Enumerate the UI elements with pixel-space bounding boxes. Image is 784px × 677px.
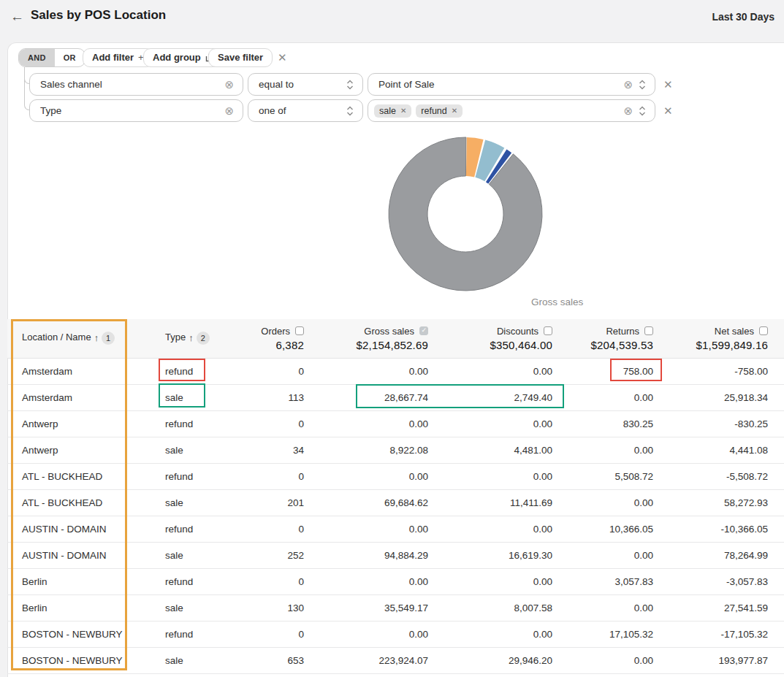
table-row: ATL - BUCKHEADrefund00.000.005,508.72-5,… bbox=[7, 463, 784, 489]
orders-checkbox[interactable] bbox=[295, 326, 304, 335]
cell-gross-sales: 0.00 bbox=[313, 358, 437, 384]
cell-orders: 0 bbox=[225, 358, 313, 384]
remove-circle-icon[interactable]: ⊗ bbox=[224, 78, 234, 91]
cell-net-sales: -3,057.83 bbox=[662, 568, 784, 594]
column-label: Discounts bbox=[497, 326, 538, 337]
cell-type: refund bbox=[159, 358, 225, 384]
cell-net-sales: 58,272.93 bbox=[662, 489, 784, 516]
column-total: $350,464.00 bbox=[437, 339, 552, 351]
save-filter-button[interactable]: Save filter bbox=[208, 48, 273, 67]
sort-asc-icon: ↑ bbox=[189, 332, 194, 343]
table-row: Amsterdamsale11328,667.742,749.400.0025,… bbox=[7, 384, 784, 410]
cell-location: BOSTON - NEWBURY bbox=[7, 621, 159, 647]
remove-circle-icon[interactable]: ⊗ bbox=[623, 78, 633, 91]
chevron-updown-icon[interactable] bbox=[639, 80, 646, 90]
cell-type: refund bbox=[159, 463, 225, 489]
cell-net-sales: 78,264.99 bbox=[662, 542, 784, 568]
column-label: Orders bbox=[261, 326, 290, 337]
report-table: Location / Name↑1 Type↑2 Orders 6,382 Gr… bbox=[7, 319, 784, 674]
logic-or-option[interactable]: OR bbox=[55, 49, 85, 66]
column-header-type[interactable]: Type↑2 bbox=[159, 319, 225, 358]
remove-circle-icon[interactable]: ⊗ bbox=[224, 104, 234, 118]
cell-gross-sales: 0.00 bbox=[313, 410, 437, 437]
column-header-net-sales[interactable]: Net sales $1,599,849.16 bbox=[662, 319, 784, 358]
column-header-discounts[interactable]: Discounts $350,464.00 bbox=[437, 319, 561, 358]
sort-order-badge: 1 bbox=[102, 332, 115, 345]
discounts-checkbox[interactable] bbox=[544, 326, 552, 335]
filter-field-value: Sales channel bbox=[40, 79, 218, 90]
gross-sales-donut-chart bbox=[385, 134, 546, 294]
gross-sales-checkbox[interactable] bbox=[419, 326, 428, 335]
date-range-selector[interactable]: Last 30 Days bbox=[712, 11, 775, 23]
tag-remove-icon[interactable]: ✕ bbox=[400, 107, 406, 115]
column-header-returns[interactable]: Returns $204,539.53 bbox=[561, 319, 662, 358]
page-title: Sales by POS Location bbox=[31, 8, 166, 23]
cell-location: AUSTIN - DOMAIN bbox=[7, 516, 159, 542]
table-body: Amsterdamrefund00.000.00758.00-758.00Ams… bbox=[7, 358, 784, 673]
logic-and-option[interactable]: AND bbox=[19, 49, 55, 66]
cell-location: Berlin bbox=[7, 594, 159, 621]
chevron-updown-icon[interactable] bbox=[639, 106, 646, 116]
tag-remove-icon[interactable]: ✕ bbox=[452, 107, 457, 115]
tag-label: sale bbox=[379, 106, 396, 116]
filter-value-select[interactable]: Point of Sale ⊗ bbox=[368, 73, 655, 96]
filter-operator-select[interactable]: one of bbox=[248, 99, 363, 122]
cell-location: Antwerp bbox=[7, 437, 159, 463]
column-label: Type bbox=[165, 332, 186, 343]
cell-discounts: 0.00 bbox=[437, 516, 561, 542]
column-label: Gross sales bbox=[364, 326, 414, 337]
add-group-label: Add group bbox=[153, 49, 201, 66]
clear-filters-icon[interactable]: ✕ bbox=[278, 52, 287, 64]
cell-orders: 0 bbox=[225, 568, 313, 594]
filter-operator-value: equal to bbox=[259, 79, 340, 90]
cell-discounts: 0.00 bbox=[437, 410, 561, 437]
column-header-gross-sales[interactable]: Gross sales $2,154,852.69 bbox=[313, 319, 437, 358]
cell-gross-sales: 223,924.07 bbox=[313, 647, 437, 673]
cell-location: Antwerp bbox=[7, 410, 159, 437]
cell-gross-sales: 8,922.08 bbox=[313, 437, 437, 463]
cell-orders: 34 bbox=[225, 437, 313, 463]
cell-net-sales: 193,977.87 bbox=[662, 647, 784, 673]
cell-orders: 0 bbox=[225, 621, 313, 647]
cell-returns: 0.00 bbox=[561, 594, 662, 621]
net-sales-checkbox[interactable] bbox=[759, 326, 768, 335]
cell-type: sale bbox=[159, 437, 225, 463]
cell-type: sale bbox=[159, 542, 225, 568]
column-label: Returns bbox=[606, 326, 639, 337]
value-tag-refund[interactable]: refund ✕ bbox=[416, 104, 463, 118]
cell-returns: 5,508.72 bbox=[561, 463, 662, 489]
cell-gross-sales: 0.00 bbox=[313, 463, 437, 489]
remove-condition-icon[interactable]: ✕ bbox=[663, 79, 673, 91]
cell-orders: 0 bbox=[225, 463, 313, 489]
cell-gross-sales: 0.00 bbox=[313, 516, 437, 542]
cell-location: Berlin bbox=[7, 568, 159, 594]
filter-field-select[interactable]: Sales channel ⊗ bbox=[29, 73, 243, 96]
remove-condition-icon[interactable]: ✕ bbox=[663, 105, 673, 117]
cell-net-sales: 27,541.59 bbox=[662, 594, 784, 621]
cell-returns: 830.25 bbox=[561, 410, 662, 437]
back-icon[interactable]: ← bbox=[10, 8, 24, 26]
donut-segment-all-other-locations[interactable] bbox=[389, 137, 542, 291]
cell-discounts: 29,946.20 bbox=[437, 647, 561, 673]
cell-orders: 201 bbox=[225, 489, 313, 516]
cell-orders: 0 bbox=[225, 516, 313, 542]
filter-value-select[interactable]: sale ✕ refund ✕ ⊗ bbox=[368, 99, 655, 122]
filter-operator-select[interactable]: equal to bbox=[248, 73, 363, 96]
chevron-updown-icon[interactable] bbox=[346, 106, 354, 116]
column-header-orders[interactable]: Orders 6,382 bbox=[225, 319, 313, 358]
cell-returns: 758.00 bbox=[561, 358, 662, 384]
cell-net-sales: -10,366.05 bbox=[662, 516, 784, 542]
sort-order-badge: 2 bbox=[197, 332, 210, 345]
cell-gross-sales: 69,684.62 bbox=[313, 489, 437, 516]
cell-orders: 113 bbox=[225, 384, 313, 410]
cell-location: Amsterdam bbox=[7, 384, 159, 410]
cell-net-sales: -758.00 bbox=[662, 358, 784, 384]
chevron-updown-icon[interactable] bbox=[346, 80, 354, 90]
returns-checkbox[interactable] bbox=[644, 326, 653, 335]
column-header-location[interactable]: Location / Name↑1 bbox=[7, 319, 159, 358]
remove-circle-icon[interactable]: ⊗ bbox=[623, 104, 633, 118]
cell-type: refund bbox=[159, 516, 225, 542]
cell-net-sales: -5,508.72 bbox=[662, 463, 784, 489]
value-tag-sale[interactable]: sale ✕ bbox=[374, 104, 411, 118]
filter-field-select[interactable]: Type ⊗ bbox=[29, 99, 243, 122]
